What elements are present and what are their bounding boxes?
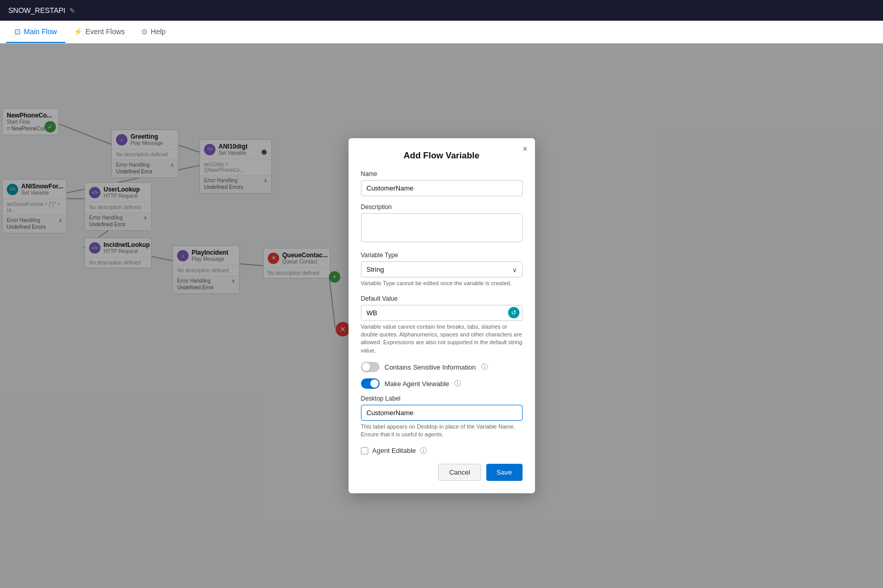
description-label: Description [361, 203, 523, 211]
modal-actions: Cancel Save [361, 464, 523, 481]
make-agent-viewable-row: Make Agent Viewable ⓘ [361, 378, 523, 389]
desktop-label-input[interactable] [361, 405, 523, 421]
default-value-label: Default Value [361, 295, 523, 302]
main-flow-icon: ⊡ [15, 27, 21, 36]
variable-type-field-group: Variable Type String Number Boolean ∨ Va… [361, 252, 523, 287]
contains-sensitive-toggle[interactable] [361, 362, 380, 372]
default-value-input[interactable] [361, 305, 523, 321]
desktop-label-label: Desktop Label [361, 395, 523, 402]
cancel-button[interactable]: Cancel [438, 464, 481, 481]
make-agent-viewable-toggle[interactable] [361, 378, 380, 389]
make-agent-viewable-info-icon[interactable]: ⓘ [454, 379, 461, 388]
contains-sensitive-row: Contains Sensitive Information ⓘ [361, 362, 523, 372]
default-value-field-group: Default Value ↺ Variable value cannot co… [361, 295, 523, 355]
description-textarea[interactable] [361, 213, 523, 242]
modal-close-button[interactable]: × [523, 144, 527, 154]
name-label: Name [361, 170, 523, 178]
nav-tabs: ⊡ Main Flow ⚡ Event Flows ⊙ Help [0, 21, 883, 43]
default-value-wrapper: ↺ [361, 305, 523, 321]
app-title: SNOW_RESTAPI [8, 6, 65, 14]
add-flow-variable-modal: × Add Flow Variable Name Description Var… [349, 138, 535, 493]
edit-icon[interactable]: ✎ [69, 7, 75, 14]
agent-editable-checkbox[interactable] [361, 447, 368, 454]
event-flows-icon: ⚡ [74, 27, 82, 36]
tab-main-flow[interactable]: ⊡ Main Flow [6, 21, 65, 43]
contains-sensitive-label: Contains Sensitive Information [385, 363, 476, 371]
modal-title: Add Flow Variable [361, 151, 523, 161]
make-agent-viewable-label: Make Agent Viewable [385, 380, 450, 388]
name-field-group: Name [361, 170, 523, 196]
contains-sensitive-knob [362, 363, 370, 371]
save-button[interactable]: Save [486, 464, 523, 481]
description-field-group: Description [361, 203, 523, 244]
name-input[interactable] [361, 180, 523, 196]
tab-help-label: Help [151, 27, 166, 36]
default-value-hint: Variable value cannot contain line break… [361, 323, 523, 355]
flow-canvas[interactable]: NewPhoneCo... Start Flow = NewPhoneConta… [0, 43, 883, 588]
variable-type-select-wrapper: String Number Boolean ∨ [361, 261, 523, 277]
variable-type-label: Variable Type [361, 252, 523, 259]
contains-sensitive-info-icon[interactable]: ⓘ [481, 362, 488, 372]
variable-type-select[interactable]: String Number Boolean [361, 261, 523, 277]
agent-editable-row: Agent Editable ⓘ [361, 446, 523, 455]
agent-editable-label: Agent Editable [372, 447, 416, 454]
desktop-label-hint: This label appears on Desktop in place o… [361, 423, 523, 439]
desktop-label-field-group: Desktop Label This label appears on Desk… [361, 395, 523, 439]
make-agent-viewable-knob [370, 379, 379, 388]
modal-backdrop: × Add Flow Variable Name Description Var… [0, 43, 883, 588]
help-icon: ⊙ [141, 27, 148, 36]
tab-event-flows-label: Event Flows [85, 27, 125, 36]
variable-type-hint: Variable Type cannot be edited once the … [361, 280, 523, 287]
agent-editable-info-icon[interactable]: ⓘ [420, 446, 427, 455]
tab-event-flows[interactable]: ⚡ Event Flows [65, 21, 133, 43]
tab-help[interactable]: ⊙ Help [133, 21, 174, 43]
tab-main-flow-label: Main Flow [24, 27, 57, 36]
topbar: SNOW_RESTAPI ✎ [0, 0, 883, 21]
default-value-action-button[interactable]: ↺ [508, 307, 519, 318]
